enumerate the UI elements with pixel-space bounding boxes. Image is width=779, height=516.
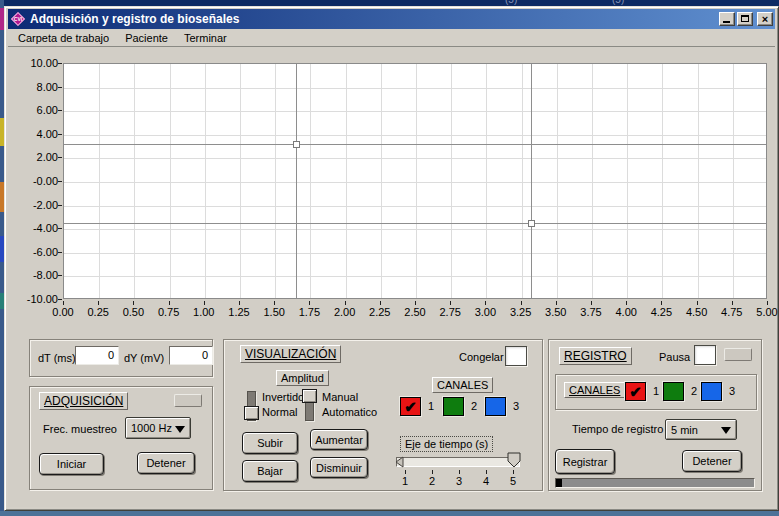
vis-channel-2-checkbox[interactable]: [443, 397, 464, 416]
gridline-vertical: [310, 64, 311, 298]
x-axis-tick-label: 3.00: [465, 306, 505, 318]
x-axis-tick-label: 1.50: [254, 306, 294, 318]
gridline-vertical: [170, 64, 171, 298]
menu-item-paciente[interactable]: Paciente: [119, 30, 174, 46]
vis-channel-3-label: 3: [513, 400, 519, 412]
freq-dropdown[interactable]: 1000 Hz: [125, 417, 191, 439]
gridline-horizontal: [64, 88, 766, 89]
slider-scale-number: 1: [398, 475, 412, 487]
iniciar-button[interactable]: Iniciar: [39, 453, 104, 475]
registro-canales-box: CANALES ✔ 1 2 3: [555, 374, 757, 410]
gridline-vertical: [662, 64, 663, 298]
slider-scale-tick: [486, 470, 487, 474]
menu-bar: Carpeta de trabajoPacienteTerminar: [8, 29, 775, 47]
y-axis-tick-label: -10.00: [12, 293, 58, 305]
y-axis-tick-label: -8.00: [12, 269, 58, 281]
slider-scale-number: 3: [452, 475, 466, 487]
gridline-horizontal: [64, 229, 766, 230]
registrar-button[interactable]: Registrar: [555, 449, 615, 474]
x-axis-tick-mark: [661, 301, 662, 305]
dt-field[interactable]: 0: [75, 346, 119, 365]
chart-cursor-handle[interactable]: [293, 141, 300, 148]
reg-channel-2-checkbox[interactable]: [663, 382, 684, 401]
minimize-icon: [723, 21, 730, 23]
pausa-checkbox[interactable]: [694, 345, 716, 365]
chart-cursor-vertical-line[interactable]: [296, 64, 297, 298]
maximize-icon: [741, 15, 749, 22]
aumentar-button[interactable]: Aumentar: [310, 429, 368, 450]
registro-led-indicator: [724, 348, 752, 361]
bajar-button[interactable]: Bajar: [242, 460, 298, 482]
x-axis-tick-label: 5.00: [747, 306, 779, 318]
x-axis-tick-mark: [450, 301, 451, 305]
gridline-vertical: [451, 64, 452, 298]
gridline-vertical: [627, 64, 628, 298]
desktop-icon-label-fragment: (5): [612, 0, 624, 5]
detener-registro-button[interactable]: Detener: [682, 450, 742, 472]
dy-field[interactable]: 0: [169, 346, 213, 365]
y-axis-tick-label: -4.00: [12, 222, 58, 234]
x-axis-tick-label: 1.25: [219, 306, 259, 318]
gridline-horizontal: [64, 135, 766, 136]
slider-scale-tick: [513, 470, 514, 474]
x-axis-tick-label: 2.50: [395, 306, 435, 318]
maximize-button[interactable]: [737, 12, 753, 26]
vis-canales-label: CANALES: [432, 377, 493, 393]
chart-cursor-handle[interactable]: [528, 220, 535, 227]
x-axis-tick-mark: [626, 301, 627, 305]
y-axis-tick-mark: [58, 299, 62, 300]
gridline-horizontal: [64, 276, 766, 277]
reg-channel-1-checkbox[interactable]: ✔: [625, 382, 646, 401]
registro-progress-bar: [555, 478, 755, 488]
congelar-checkbox[interactable]: [505, 346, 527, 366]
x-axis-tick-mark: [415, 301, 416, 305]
disminuir-button[interactable]: Disminuir: [310, 457, 368, 478]
registro-title: REGISTRO: [559, 347, 632, 365]
y-axis-tick-mark: [58, 110, 62, 111]
x-axis-tick-mark: [732, 301, 733, 305]
minimize-button[interactable]: [719, 12, 735, 26]
menu-item-carpeta-de-trabajo[interactable]: Carpeta de trabajo: [12, 30, 115, 46]
x-axis-tick-label: 4.50: [677, 306, 717, 318]
subir-button[interactable]: Subir: [242, 432, 298, 454]
chart-cursor-vertical-line[interactable]: [531, 64, 532, 298]
freq-value: 1000 Hz: [131, 422, 172, 434]
reg-channel-3-checkbox[interactable]: [701, 382, 722, 401]
y-axis-tick-mark: [58, 275, 62, 276]
adquisicion-title: ADQUISICIÓN: [39, 392, 128, 410]
slider-decrement-arrow-icon[interactable]: [394, 456, 405, 469]
menu-item-terminar[interactable]: Terminar: [178, 30, 233, 46]
close-button[interactable]: ×: [757, 12, 773, 26]
slider-handle[interactable]: [507, 452, 521, 469]
window-title: Adquisición y registro de bioseñales: [30, 12, 239, 26]
invert-toggle-handle[interactable]: [244, 406, 259, 420]
x-axis-tick-mark: [274, 301, 275, 305]
x-axis-tick-label: 4.75: [712, 306, 752, 318]
chart-cursor-horizontal-line[interactable]: [64, 223, 766, 224]
vis-channel-3-checkbox[interactable]: [485, 397, 506, 416]
x-axis-tick-label: 0.25: [78, 306, 118, 318]
y-axis-tick-label: -2.00: [12, 199, 58, 211]
gridline-vertical: [381, 64, 382, 298]
x-axis-tick-mark: [697, 301, 698, 305]
x-axis-tick-mark: [169, 301, 170, 305]
y-axis-tick-mark: [58, 157, 62, 158]
panel-visualizacion: VISUALIZACIÓN Amplitud Invertido Normal …: [223, 339, 543, 491]
automatico-label: Automatico: [322, 406, 377, 418]
eje-tiempo-label: Eje de tiempo (s): [400, 436, 493, 452]
time-axis-slider[interactable]: [396, 457, 520, 467]
gridline-vertical: [592, 64, 593, 298]
x-axis-tick-label: 4.00: [606, 306, 646, 318]
titlebar[interactable]: CVI Adquisición y registro de bioseñales…: [8, 9, 775, 29]
gridline-horizontal: [64, 182, 766, 183]
tiempo-registro-dropdown[interactable]: 5 min: [665, 419, 737, 440]
signal-plot[interactable]: [63, 63, 767, 299]
x-axis-tick-label: 3.75: [571, 306, 611, 318]
vis-channel-1-checkbox[interactable]: ✔: [400, 397, 421, 416]
mode-toggle-handle[interactable]: [302, 389, 317, 403]
detener-adquisicion-button[interactable]: Detener: [137, 452, 195, 474]
gridline-horizontal: [64, 158, 766, 159]
amplitud-label: Amplitud: [276, 370, 329, 386]
chart-cursor-horizontal-line[interactable]: [64, 144, 766, 145]
gridline-vertical: [205, 64, 206, 298]
